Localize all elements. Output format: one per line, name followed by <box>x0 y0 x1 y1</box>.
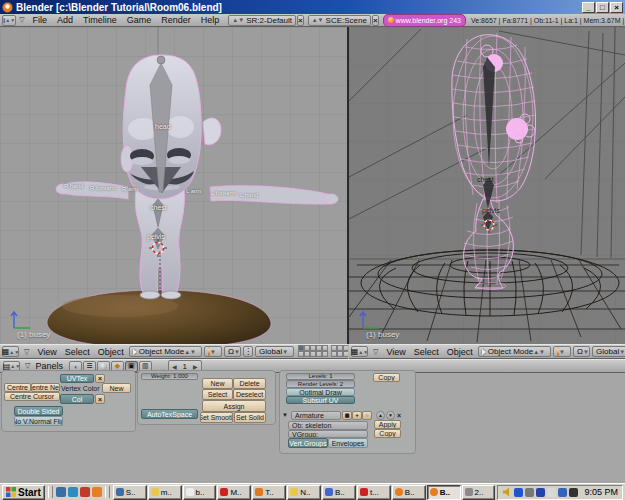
header-collapse-icon[interactable]: ▽ <box>21 348 32 356</box>
task-button-10-active[interactable]: B.. <box>427 485 461 500</box>
subsurf-copy-button[interactable]: Copy <box>373 373 400 382</box>
collapse-menu-icon[interactable]: ▽ <box>16 16 27 24</box>
vgroup-new-button[interactable]: New <box>202 378 233 389</box>
minimize-button[interactable]: _ <box>582 2 595 13</box>
scene-selector[interactable]: ▲▼SCE:Scene <box>308 15 371 26</box>
double-sided-toggle[interactable]: Double Sided <box>14 406 63 416</box>
menu-game[interactable]: Game <box>122 15 157 25</box>
no-v-normal-flip-toggle[interactable]: No V.Normal Flip <box>14 416 63 426</box>
tray-icon-5[interactable] <box>547 488 556 497</box>
modifier-move-up-button[interactable]: ▲ <box>376 411 385 420</box>
object-menu-right[interactable]: Object <box>444 347 476 357</box>
blender-org-button[interactable]: www.blender.org 243 <box>383 14 466 27</box>
quicklaunch-icon-4[interactable] <box>92 487 102 497</box>
envelopes-toggle[interactable]: Envelopes <box>328 438 368 448</box>
vgroup-select-button[interactable]: Select <box>202 389 233 400</box>
centre-cursor-button[interactable]: Centre Cursor <box>4 392 60 401</box>
start-button[interactable]: Start <box>2 485 45 500</box>
tray-icon-6[interactable] <box>558 488 567 497</box>
menu-file[interactable]: File <box>28 15 53 25</box>
layer-buttons[interactable] <box>298 346 348 358</box>
window-type-icon[interactable]: i▲▼ <box>2 15 16 26</box>
quicklaunch-icon-2[interactable] <box>68 487 78 497</box>
armature-modifier-name[interactable]: Armature <box>291 411 341 420</box>
vert-groups-toggle[interactable]: Vert.Groups <box>288 438 328 448</box>
modifier-move-down-button[interactable]: ▼ <box>386 411 395 420</box>
viewport-3d-side[interactable]: chest pelvis (1) busey <box>349 27 625 344</box>
armature-apply-button[interactable]: Apply <box>374 420 401 429</box>
front-view-scene[interactable] <box>0 27 347 344</box>
modifier-render-icon[interactable]: ▩ <box>342 411 352 420</box>
side-view-scene[interactable] <box>349 27 625 344</box>
set-smooth-button[interactable]: Set Smooth <box>200 412 233 423</box>
tray-icon-4[interactable] <box>536 488 545 497</box>
menu-help[interactable]: Help <box>196 15 225 25</box>
col-delete-button[interactable]: × <box>95 394 105 404</box>
editor-type-icon[interactable]: ▦▲▼ <box>2 346 19 357</box>
uvtex-delete-button[interactable]: × <box>95 374 105 383</box>
window-titlebar[interactable]: Blender [c:\Blender Tutorial\Room06.blen… <box>0 0 625 14</box>
mode-dropdown-right[interactable]: Object Mode▲▼ <box>478 346 551 357</box>
armature-expand-icon[interactable]: ▼ <box>282 412 288 418</box>
set-solid-button[interactable]: Set Solid <box>234 412 266 423</box>
panels-collapse-icon[interactable]: ▽ <box>22 362 33 370</box>
quicklaunch-icon-3[interactable] <box>80 487 90 497</box>
vgroup-delete-button[interactable]: Delete <box>233 378 266 389</box>
quicklaunch-icon-1[interactable] <box>56 487 66 497</box>
draw-type-dropdown[interactable]: ▼ <box>204 346 222 357</box>
centre-new-button[interactable]: Centre New <box>31 383 60 392</box>
select-menu-right[interactable]: Select <box>411 347 442 357</box>
viewport-3d-front[interactable]: head chest pelvis R hand R forearm R arm… <box>0 27 347 344</box>
subsurf-uv-toggle[interactable]: Subsurf UV <box>286 396 355 404</box>
autotexspace-toggle[interactable]: AutoTexSpace <box>141 409 198 419</box>
orientation-dropdown-right[interactable]: Global▼ <box>592 346 625 357</box>
maximize-button[interactable]: □ <box>596 2 609 13</box>
view-menu[interactable]: View <box>34 347 59 357</box>
menu-add[interactable]: Add <box>52 15 78 25</box>
assign-button[interactable]: Assign <box>202 400 266 412</box>
volume-icon[interactable] <box>502 487 512 497</box>
col-field[interactable]: Col <box>60 394 94 404</box>
task-button-6[interactable]: N.. <box>287 485 321 500</box>
menu-timeline[interactable]: Timeline <box>78 15 122 25</box>
screen-close-button[interactable]: × <box>297 15 304 26</box>
task-button-9[interactable]: B.. <box>392 485 426 500</box>
task-button-8[interactable]: t... <box>357 485 391 500</box>
task-button-3[interactable]: b.. <box>183 485 217 500</box>
vertex-color-new-button[interactable]: New <box>102 383 131 393</box>
manipulator-icon[interactable]: ⋮ <box>243 346 253 357</box>
uvtex-field[interactable]: UVTex <box>60 374 94 383</box>
select-menu[interactable]: Select <box>62 347 93 357</box>
object-menu[interactable]: Object <box>95 347 127 357</box>
orientation-dropdown[interactable]: Global▼ <box>255 346 294 357</box>
subsurf-render-levels-stepper[interactable]: Render Levels: 2 <box>286 380 355 388</box>
draw-type-dropdown-right[interactable]: ▼ <box>553 346 571 357</box>
screen-selector[interactable]: ▲▼SR:2-Default <box>228 15 296 26</box>
weight-slider[interactable]: Weight: 1.000 <box>141 373 198 380</box>
armature-object-field[interactable]: Ob: skeleton <box>288 421 368 430</box>
scene-close-button[interactable]: × <box>372 15 379 26</box>
task-button-1[interactable]: S.. <box>113 485 147 500</box>
armature-copy-button[interactable]: Copy <box>374 429 401 438</box>
modifier-display-icon[interactable]: + <box>352 411 362 420</box>
view-menu-right[interactable]: View <box>383 347 408 357</box>
tray-icon-7[interactable] <box>569 488 578 497</box>
optimal-draw-toggle[interactable]: Optimal Draw <box>286 388 355 396</box>
task-button-4[interactable]: M.. <box>217 485 251 500</box>
subsurf-levels-stepper[interactable]: Levels: 1 <box>286 373 355 380</box>
task-button-2[interactable]: m.. <box>148 485 182 500</box>
centre-button[interactable]: Centre <box>4 383 31 392</box>
close-button[interactable]: × <box>610 2 623 13</box>
modifier-delete-button[interactable]: × <box>397 412 401 419</box>
pivot-dropdown-right[interactable]: Ω▼ <box>573 346 590 357</box>
mode-dropdown[interactable]: Object Mode▲▼ <box>129 346 202 357</box>
task-button-5[interactable]: T.. <box>252 485 286 500</box>
vgroup-field[interactable]: VGroup: <box>288 430 368 438</box>
task-button-11[interactable]: 2.. <box>462 485 496 500</box>
tray-icon-3[interactable] <box>525 488 534 497</box>
vgroup-deselect-button[interactable]: Deselect <box>233 389 266 400</box>
header-collapse-icon-right[interactable]: ▽ <box>370 348 381 356</box>
menu-render[interactable]: Render <box>156 15 196 25</box>
task-button-7[interactable]: B.. <box>322 485 356 500</box>
modifier-editmode-icon[interactable]: ○ <box>362 411 372 420</box>
